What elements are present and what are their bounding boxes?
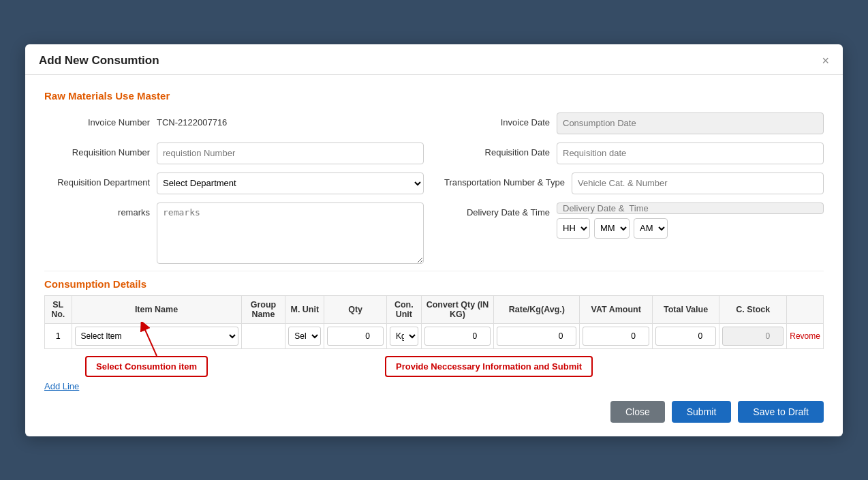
th-sl: SL No.: [45, 295, 72, 323]
cell-cstock: [719, 323, 787, 348]
provide-info-annotation: Provide Neccessary Information and Submi…: [385, 356, 593, 377]
remarks-label: remarks: [44, 202, 150, 217]
th-convertqty: Convert Qty (IN KG): [421, 295, 493, 323]
delivery-group: HH MM AM PM: [557, 202, 824, 239]
transportation-row: Transportation Number & Type: [444, 172, 824, 194]
cell-group: [241, 323, 285, 348]
right-annotation: Provide Neccessary Information and Submi…: [385, 356, 593, 377]
delivery-label: Delivery Date & Time: [444, 202, 550, 217]
invoice-date-input[interactable]: [557, 112, 824, 134]
remove-button[interactable]: Revome: [790, 331, 820, 341]
cell-total: [652, 323, 719, 348]
remarks-textarea[interactable]: [157, 202, 424, 264]
close-button[interactable]: Close: [610, 401, 665, 423]
modal-title: Add New Consumtion: [39, 54, 159, 68]
cell-conunit: Kg: [386, 323, 421, 348]
munit-select[interactable]: Select U: [288, 327, 321, 346]
form-grid: Invoice Number TCN-2122007716 Invoice Da…: [44, 112, 824, 264]
requisition-date-label: Requisition Date: [444, 142, 550, 158]
cell-convertqty: [421, 323, 493, 348]
requisition-number-label: Requisition Number: [44, 142, 150, 158]
th-action: [787, 295, 824, 323]
requisition-date-row: Requisition Date: [444, 142, 824, 164]
svg-line-0: [143, 325, 157, 356]
convertqty-input[interactable]: [424, 327, 491, 346]
cstock-input: [722, 327, 784, 346]
requisition-date-input[interactable]: [557, 142, 824, 164]
th-group: Group Name: [241, 295, 285, 323]
modal: Add New Consumtion × Raw Materials Use M…: [25, 44, 843, 436]
th-conunit: Con. Unit: [386, 295, 421, 323]
time-hh-select[interactable]: HH: [557, 218, 590, 239]
cell-qty: [324, 323, 387, 348]
cell-sl: 1: [45, 323, 72, 348]
invoice-number-value: TCN-2122007716: [157, 112, 227, 127]
invoice-number-row: Invoice Number TCN-2122007716: [44, 112, 424, 134]
qty-input[interactable]: [327, 327, 384, 346]
requisition-department-select[interactable]: Select Department: [157, 172, 424, 194]
cell-vat: [580, 323, 652, 348]
transportation-label: Transportation Number & Type: [444, 172, 565, 188]
total-input[interactable]: [655, 327, 716, 346]
invoice-number-label: Invoice Number: [44, 112, 150, 127]
left-annotation: Select Consumtion item: [85, 356, 208, 377]
invoice-date-row: Invoice Date: [444, 112, 824, 134]
remarks-row: remarks: [44, 202, 424, 264]
cell-munit: Select U: [285, 323, 324, 348]
submit-button[interactable]: Submit: [672, 401, 732, 423]
conunit-select[interactable]: Kg: [390, 327, 418, 346]
time-row: HH MM AM PM: [557, 218, 824, 239]
th-cstock: C. Stock: [719, 295, 787, 323]
section2-title: Consumption Details: [44, 271, 824, 290]
save-draft-button[interactable]: Save to Draft: [738, 401, 824, 423]
th-item: Item Name: [72, 295, 241, 323]
requisition-department-row: Requisition Department Select Department: [44, 172, 424, 194]
requisition-department-label: Requisition Department: [44, 172, 150, 188]
delivery-date-input[interactable]: [557, 202, 824, 214]
th-qty: Qty: [324, 295, 387, 323]
delivery-row: Delivery Date & Time HH MM AM: [444, 202, 824, 264]
arrow-up-svg: [140, 322, 174, 356]
add-line-link[interactable]: Add Line: [44, 381, 79, 391]
details-area: SL No. Item Name Group Name M. Unit Qty …: [44, 295, 824, 391]
invoice-date-label: Invoice Date: [444, 112, 550, 127]
modal-close-button[interactable]: ×: [822, 55, 829, 67]
modal-header: Add New Consumtion ×: [25, 44, 843, 75]
table-header-row: SL No. Item Name Group Name M. Unit Qty …: [45, 295, 824, 323]
time-mm-select[interactable]: MM: [594, 218, 630, 239]
rate-input[interactable]: [497, 327, 576, 346]
modal-body: Raw Materials Use Master Invoice Number …: [25, 75, 843, 391]
section1-title: Raw Materials Use Master: [44, 90, 824, 102]
annotation-area: Select Consumtion item Provide Neccessar…: [44, 356, 824, 377]
select-item-annotation: Select Consumtion item: [85, 356, 208, 377]
modal-overlay: Add New Consumtion × Raw Materials Use M…: [0, 0, 868, 480]
th-munit: M. Unit: [285, 295, 324, 323]
vat-input[interactable]: [583, 327, 649, 346]
requisition-number-row: Requisition Number: [44, 142, 424, 164]
cell-remove: Revome: [787, 323, 824, 348]
th-vat: VAT Amount: [580, 295, 652, 323]
footer-buttons: Close Submit Save to Draft: [25, 391, 843, 423]
requisition-number-input[interactable]: [157, 142, 424, 164]
cell-rate: [494, 323, 580, 348]
time-ampm-select[interactable]: AM PM: [634, 218, 668, 239]
transportation-input[interactable]: [572, 172, 824, 194]
th-rate: Rate/Kg(Avg.): [494, 295, 580, 323]
th-total: Total Value: [652, 295, 719, 323]
